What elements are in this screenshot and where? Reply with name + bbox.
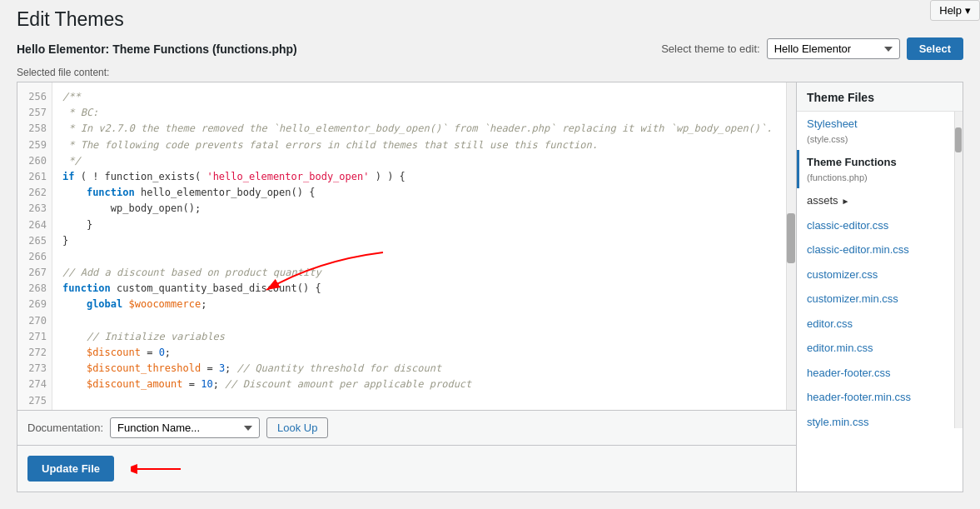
doc-label: Documentation: [27, 422, 103, 434]
sidebar-item-theme-functions[interactable]: Theme Functions(functions.php) [797, 150, 963, 188]
vertical-scrollbar[interactable] [786, 82, 796, 410]
sidebar-item-header-footer-css[interactable]: header-footer.css [797, 361, 963, 386]
update-bar: Update File [17, 446, 797, 492]
theme-select-dropdown[interactable]: Hello Elementor Twenty Twenty-Four Twent… [767, 38, 900, 59]
theme-select-row: Select theme to edit: Hello Elementor Tw… [661, 37, 963, 60]
sidebar-scrollbar[interactable] [954, 112, 963, 428]
doc-function-dropdown[interactable]: Function Name... [110, 417, 260, 438]
sidebar-item-customizer-min-css[interactable]: customizer.min.css [797, 287, 963, 312]
selected-file-label: Selected file content: [17, 67, 963, 78]
page-title: Edit Themes [17, 8, 963, 31]
line-numbers: 2562572582592602612622632642652662672682… [17, 82, 52, 410]
sidebar-scroll-area[interactable]: Stylesheet(style.css)Theme Functions(fun… [797, 112, 963, 428]
help-label: Help [939, 4, 962, 17]
documentation-bar: Documentation: Function Name... Look Up [17, 411, 797, 446]
sidebar-item-editor-css[interactable]: editor.css [797, 312, 963, 337]
sidebar-item-customizer-css[interactable]: customizer.css [797, 262, 963, 287]
sidebar-item-style-min-css[interactable]: style.min.css [797, 410, 963, 429]
sidebar-scrollbar-thumb[interactable] [955, 127, 962, 152]
sidebar-item-classic-editor-min-css[interactable]: classic-editor.min.css [797, 237, 963, 262]
sidebar-item-stylesheet[interactable]: Stylesheet(style.css) [797, 112, 963, 150]
code-editor[interactable]: /** * BC: * In v2.7.0 the theme removed … [52, 82, 796, 410]
sidebar-item-assets[interactable]: assets► [797, 188, 963, 213]
theme-files-sidebar: Theme Files Stylesheet(style.css)Theme F… [797, 82, 963, 492]
update-arrow-annotation [131, 459, 197, 479]
select-button[interactable]: Select [907, 37, 963, 60]
sidebar-item-header-footer-min-css[interactable]: header-footer.min.css [797, 385, 963, 410]
sidebar-item-editor-min-css[interactable]: editor.min.css [797, 336, 963, 361]
sidebar-item-classic-editor-css[interactable]: classic-editor.css [797, 213, 963, 238]
sidebar-title: Theme Files [797, 82, 963, 112]
scrollbar-thumb[interactable] [787, 213, 795, 263]
lookup-button[interactable]: Look Up [266, 417, 328, 438]
help-button[interactable]: Help ▾ [930, 0, 980, 21]
page-subtitle: Hello Elementor: Theme Functions (functi… [17, 42, 297, 56]
theme-select-label: Select theme to edit: [661, 42, 760, 55]
update-file-button[interactable]: Update File [27, 456, 114, 482]
chevron-down-icon: ▾ [965, 4, 971, 17]
